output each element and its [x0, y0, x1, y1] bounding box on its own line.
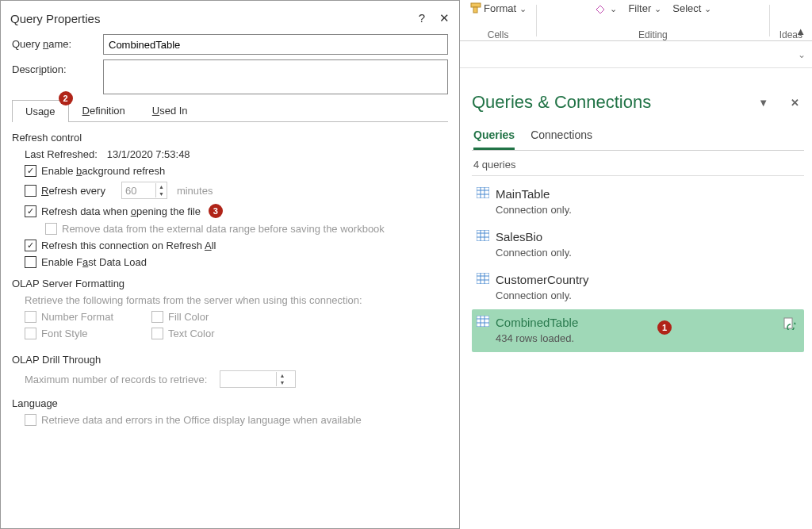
help-icon[interactable]: ? — [419, 11, 425, 25]
fill-color-checkbox — [151, 311, 163, 323]
refresh-on-open-label: Refresh data when opening the file — [41, 205, 201, 217]
query-name: CustomerCountry — [496, 273, 798, 286]
format-label: Format — [484, 2, 516, 14]
table-icon — [477, 273, 489, 301]
close-icon[interactable]: ✕ — [439, 11, 450, 25]
last-refreshed-label: Last Refreshed: — [25, 148, 98, 160]
select-button[interactable]: Select — [672, 2, 711, 14]
svg-marker-2 — [596, 6, 604, 13]
filter-button[interactable]: Filter — [628, 2, 661, 14]
query-item[interactable]: SalesBio Connection only. — [472, 224, 804, 266]
query-status: Connection only. — [496, 204, 798, 216]
number-format-label: Number Format — [41, 311, 113, 323]
refresh-control-header: Refresh control — [12, 132, 448, 144]
callout-3: 3 — [209, 204, 223, 218]
query-item[interactable]: CustomerCountry Connection only. — [472, 266, 804, 309]
pane-menu-icon[interactable]: ▼ — [758, 97, 768, 109]
editing-group-label: Editing — [638, 29, 668, 40]
remove-data-checkbox — [45, 223, 57, 235]
tab-usage-label: Usage — [25, 105, 56, 117]
language-header: Language — [12, 397, 448, 409]
svg-rect-18 — [477, 316, 489, 327]
font-style-label: Font Style — [41, 328, 88, 339]
pane-close-icon[interactable]: ✕ — [791, 97, 799, 109]
select-label: Select — [672, 2, 701, 14]
svg-rect-13 — [477, 273, 489, 284]
olap-formatting-hint: Retrieve the following formats from the … — [12, 294, 448, 306]
query-name: SalesBio — [496, 230, 798, 243]
tab-definition[interactable]: Definition — [69, 99, 139, 121]
dialog-title: Query Properties — [10, 12, 100, 25]
refresh-every-label: Refresh every — [41, 185, 105, 197]
dialog-tabs: Usage 2 Definition Used In — [12, 99, 448, 122]
query-name: CombinedTable — [496, 316, 798, 329]
refresh-icon[interactable] — [783, 317, 796, 332]
text-color-checkbox — [151, 328, 163, 339]
table-icon — [477, 187, 489, 216]
number-format-checkbox — [25, 311, 36, 323]
callout-1: 1 — [657, 320, 672, 335]
refresh-all-checkbox[interactable] — [25, 240, 36, 251]
svg-rect-3 — [477, 187, 489, 198]
enable-background-refresh-checkbox[interactable] — [25, 165, 36, 177]
fill-color-label: Fill Color — [168, 311, 209, 323]
query-item-selected[interactable]: CombinedTable 434 rows loaded. 1 — [472, 309, 804, 352]
qc-tab-connections[interactable]: Connections — [530, 124, 592, 150]
query-status: Connection only. — [496, 247, 798, 259]
eraser-icon — [594, 2, 607, 14]
refresh-all-label: Refresh this connection on Refresh All — [41, 240, 216, 251]
queries-connections-title: Queries & Connections — [472, 92, 651, 113]
queries-connections-pane: Queries & Connections ▼ ✕ Queries Connec… — [464, 78, 812, 529]
svg-rect-0 — [471, 3, 481, 7]
svg-marker-24 — [794, 322, 796, 324]
tab-usage[interactable]: Usage 2 — [12, 100, 69, 122]
remove-data-label: Remove data from the external data range… — [62, 223, 385, 235]
refresh-on-open-checkbox[interactable] — [25, 205, 36, 217]
query-status: 434 rows loaded. — [496, 332, 798, 344]
clear-button[interactable] — [594, 2, 617, 14]
qc-tabs: Queries Connections — [472, 124, 804, 151]
max-records-spinner: ▲▼ — [220, 370, 296, 388]
fast-data-load-label: Enable Fast Data Load — [41, 256, 147, 268]
qc-tab-queries[interactable]: Queries — [473, 124, 515, 150]
query-item[interactable]: MainTable Connection only. — [472, 181, 804, 224]
text-color-label: Text Color — [168, 328, 215, 339]
svg-rect-8 — [477, 230, 489, 241]
max-records-label: Maximum number of records to retrieve: — [25, 374, 207, 385]
format-button[interactable]: Format — [469, 2, 527, 14]
description-input[interactable] — [103, 59, 448, 94]
svg-rect-1 — [473, 7, 477, 13]
refresh-every-spinner[interactable]: ▲▼ — [121, 182, 167, 199]
cells-group-label: Cells — [488, 29, 509, 40]
refresh-every-checkbox[interactable] — [25, 185, 36, 197]
collapse-ribbon-icon[interactable]: ▲ — [795, 25, 806, 37]
table-icon — [477, 230, 489, 259]
last-refreshed-value: 13/1/2020 7:53:48 — [107, 148, 190, 160]
olap-formatting-header: OLAP Server Formatting — [12, 278, 448, 289]
font-style-checkbox — [25, 328, 36, 339]
fast-data-load-checkbox[interactable] — [25, 256, 36, 268]
filter-label: Filter — [628, 2, 651, 14]
language-checkbox — [25, 414, 36, 426]
format-icon — [469, 2, 482, 14]
qc-count: 4 queries — [473, 159, 804, 171]
chevron-down-icon[interactable]: ⌄ — [798, 49, 806, 60]
query-name-label: Query name: — [12, 34, 103, 50]
minutes-label: minutes — [177, 185, 213, 197]
query-name: MainTable — [496, 187, 798, 201]
ribbon-fragment: Format Cells Filter Select Editing Ideas… — [460, 0, 812, 41]
language-label: Retrieve data and errors in the Office d… — [41, 414, 362, 426]
formula-bar-area: ⌄ — [460, 41, 812, 68]
enable-background-refresh-label: Enable background refresh — [41, 165, 165, 177]
table-icon — [477, 316, 489, 344]
tab-used-in[interactable]: Used In — [139, 99, 201, 121]
query-properties-dialog: Query Properties ? ✕ Query name: Descrip… — [0, 0, 460, 529]
olap-drill-header: OLAP Drill Through — [12, 354, 448, 366]
svg-rect-23 — [784, 318, 792, 328]
query-name-input[interactable] — [103, 34, 448, 55]
description-label: Description: — [12, 59, 103, 75]
query-status: Connection only. — [496, 289, 798, 301]
